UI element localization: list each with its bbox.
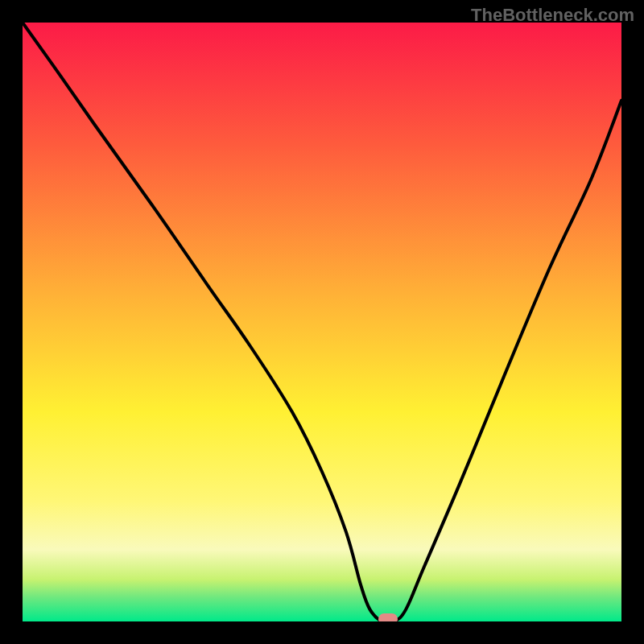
chart-plot-area [23, 23, 621, 621]
minimum-marker [378, 613, 398, 621]
watermark-text: TheBottleneck.com [471, 5, 634, 26]
chart-svg [23, 23, 621, 621]
chart-background-gradient [23, 23, 621, 621]
